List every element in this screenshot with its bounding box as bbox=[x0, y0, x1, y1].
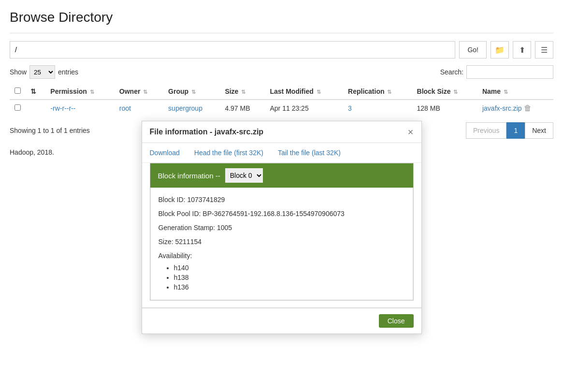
permission-label: Permission bbox=[50, 87, 87, 95]
owner-label: Owner bbox=[119, 87, 141, 95]
header-block-size[interactable]: Block Size ⇅ bbox=[412, 84, 477, 100]
row-checkbox-cell bbox=[10, 100, 26, 116]
last-modified-sort-icon: ⇅ bbox=[317, 89, 321, 95]
file-name-link[interactable]: javafx-src.zip bbox=[482, 104, 522, 112]
next-button[interactable]: Next bbox=[525, 122, 553, 139]
name-sort-icon: ⇅ bbox=[504, 89, 508, 95]
head-file-link[interactable]: Head the file (first 32K) bbox=[194, 149, 263, 157]
header-replication[interactable]: Replication ⇅ bbox=[343, 84, 412, 100]
group-link[interactable]: supergroup bbox=[168, 104, 202, 112]
row-block-size: 128 MB bbox=[412, 100, 477, 116]
row-icon-cell bbox=[26, 100, 45, 116]
group-sort-icon: ⇅ bbox=[191, 89, 196, 95]
delete-button[interactable]: 🗑 bbox=[524, 104, 532, 113]
header-name[interactable]: Name ⇅ bbox=[477, 84, 553, 100]
folder-icon: 📁 bbox=[495, 45, 505, 55]
select-all-checkbox[interactable] bbox=[14, 87, 21, 94]
row-permission: -rw-r--r-- bbox=[45, 100, 115, 116]
go-button[interactable]: Go! bbox=[459, 41, 487, 58]
show-entries: Show 10 25 50 100 entries bbox=[10, 65, 78, 79]
page-1-button[interactable]: 1 bbox=[506, 122, 525, 139]
modal-header: File information - javafx-src.zip × bbox=[142, 121, 421, 143]
table-header-row: ⇅ Permission ⇅ Owner ⇅ Group ⇅ Size ⇅ bbox=[10, 84, 553, 100]
owner-link[interactable]: root bbox=[119, 104, 131, 112]
upload-icon: ⬆ bbox=[519, 45, 525, 55]
modal-close-button[interactable]: × bbox=[408, 127, 414, 137]
group-label: Group bbox=[168, 87, 188, 95]
search-box: Search: bbox=[440, 65, 553, 79]
tail-file-link[interactable]: Tail the file (last 32K) bbox=[278, 149, 341, 157]
entries-label: entries bbox=[58, 68, 78, 76]
header-group[interactable]: Group ⇅ bbox=[163, 84, 220, 100]
table-body: -rw-r--r-- root supergroup 4.97 MB Apr 1… bbox=[10, 100, 553, 116]
list-icon: ☰ bbox=[541, 45, 548, 55]
previous-button[interactable]: Previous bbox=[466, 122, 506, 139]
replication-link[interactable]: 3 bbox=[348, 104, 352, 112]
modal-block-wrapper: Block information -- Block 0 Block ID: 1… bbox=[150, 163, 414, 166]
header-checkbox-col bbox=[10, 84, 26, 100]
table-controls: Show 10 25 50 100 entries Search: bbox=[10, 65, 553, 79]
owner-sort-icon: ⇅ bbox=[143, 89, 147, 95]
header-permission[interactable]: Permission ⇅ bbox=[45, 84, 115, 100]
show-label: Show bbox=[10, 68, 27, 76]
row-size: 4.97 MB bbox=[220, 100, 265, 116]
page-title: Browse Directory bbox=[10, 10, 553, 25]
row-replication: 3 bbox=[343, 100, 412, 116]
row-owner: root bbox=[115, 100, 163, 116]
header-last-modified[interactable]: Last Modified ⇅ bbox=[265, 84, 344, 100]
row-checkbox[interactable] bbox=[14, 104, 21, 111]
sort-all-icon: ⇅ bbox=[30, 87, 36, 95]
permission-sort-icon: ⇅ bbox=[90, 89, 94, 95]
header-owner[interactable]: Owner ⇅ bbox=[115, 84, 163, 100]
path-input[interactable] bbox=[10, 41, 455, 58]
showing-text: Showing 1 to 1 of 1 entries bbox=[10, 127, 90, 134]
list-icon-button[interactable]: ☰ bbox=[535, 41, 553, 58]
pagination: Previous 1 Next bbox=[466, 122, 553, 139]
modal-links: Download Head the file (first 32K) Tail … bbox=[142, 143, 421, 163]
modal-title: File information - javafx-src.zip bbox=[150, 128, 264, 136]
table-row: -rw-r--r-- root supergroup 4.97 MB Apr 1… bbox=[10, 100, 553, 116]
file-info-modal: File information - javafx-src.zip × Down… bbox=[142, 121, 422, 166]
title-divider bbox=[10, 33, 553, 33]
search-label: Search: bbox=[440, 68, 463, 76]
block-info-header: Block information -- Block 0 bbox=[150, 163, 413, 166]
last-modified-label: Last Modified bbox=[270, 87, 314, 95]
block-size-label: Block Size bbox=[417, 87, 451, 95]
entries-select[interactable]: 10 25 50 100 bbox=[29, 65, 55, 79]
size-label: Size bbox=[225, 87, 238, 95]
replication-sort-icon: ⇅ bbox=[387, 89, 391, 95]
path-row: Go! 📁 ⬆ ☰ bbox=[10, 41, 553, 58]
row-group: supergroup bbox=[163, 100, 220, 116]
download-link[interactable]: Download bbox=[150, 149, 180, 157]
upload-icon-button[interactable]: ⬆ bbox=[513, 41, 531, 58]
block-size-sort-icon: ⇅ bbox=[453, 89, 458, 95]
replication-label: Replication bbox=[348, 87, 384, 95]
search-input[interactable] bbox=[466, 65, 553, 79]
header-size[interactable]: Size ⇅ bbox=[220, 84, 265, 100]
name-label: Name bbox=[482, 87, 501, 95]
row-last-modified: Apr 11 23:25 bbox=[265, 100, 344, 116]
header-sort-icon[interactable]: ⇅ bbox=[26, 84, 45, 100]
size-sort-icon: ⇅ bbox=[241, 89, 245, 95]
row-name: javafx-src.zip 🗑 bbox=[477, 100, 553, 116]
folder-icon-button[interactable]: 📁 bbox=[491, 41, 509, 58]
permission-link[interactable]: -rw-r--r-- bbox=[50, 104, 75, 112]
file-table: ⇅ Permission ⇅ Owner ⇅ Group ⇅ Size ⇅ bbox=[10, 84, 553, 116]
